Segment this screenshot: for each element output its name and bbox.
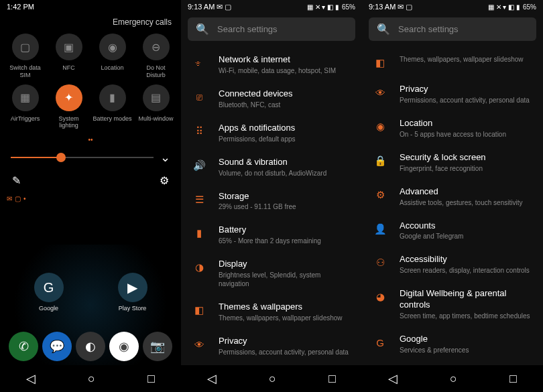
- notification-icons: ✉ ▢ •: [0, 194, 181, 204]
- privacy-icon: 👁: [373, 85, 387, 100]
- armoury-icon[interactable]: ◐: [76, 332, 105, 361]
- settings-subtitle: Services & preferences: [400, 346, 532, 354]
- qs-tile-multi-window-icon[interactable]: ▤Multi-window: [136, 84, 176, 130]
- wellbeing-icon: ◕: [373, 289, 387, 304]
- phone-icon[interactable]: ✆: [9, 332, 38, 361]
- settings-item[interactable]: ☰Storage29% used - 91.11 GB free: [181, 184, 362, 218]
- chrome-icon[interactable]: ◉: [109, 332, 139, 361]
- clock: 9:13 AM ✉ ▢: [188, 3, 231, 11]
- settings-title: Themes & wallpapers: [219, 302, 351, 313]
- settings-title: Advanced: [400, 186, 532, 198]
- qs-tile-nfc-icon[interactable]: ▣NFC: [49, 34, 88, 79]
- app-icon: ▶: [118, 273, 147, 302]
- settings-subtitle: Permissions, default apps: [219, 135, 351, 143]
- slider-track[interactable]: [11, 157, 154, 158]
- dnd-icon[interactable]: ⊖: [143, 34, 170, 60]
- qs-tile-airtriggers-icon[interactable]: ▦AirTriggers: [5, 84, 45, 130]
- settings-title: Location: [400, 118, 532, 129]
- nav-back[interactable]: ◁: [388, 371, 398, 386]
- settings-item[interactable]: 👁PrivacyPermissions, account activity, p…: [362, 77, 543, 111]
- qs-label: Switch data SIM: [5, 64, 45, 79]
- settings-subtitle: Permissions, account activity, personal …: [219, 348, 351, 356]
- settings-item[interactable]: ⠿Apps & notificationsPermissions, defaul…: [181, 116, 362, 150]
- battery-modes-icon[interactable]: ▮: [99, 84, 126, 111]
- system-lighting-icon[interactable]: ✦: [56, 84, 82, 111]
- settings-list: ᯤNetwork & internetWi-Fi, mobile, data u…: [181, 45, 362, 392]
- battery-icon: ▮: [192, 226, 206, 241]
- nfc-icon[interactable]: ▣: [56, 34, 82, 60]
- qs-tile-sim-icon[interactable]: ▢Switch data SIM: [5, 34, 45, 79]
- camera-icon[interactable]: 📷: [143, 332, 172, 361]
- sound-icon: 🔊: [192, 158, 206, 173]
- settings-item[interactable]: ◧Themes, wallpapers, wallpaper slideshow: [362, 48, 543, 77]
- app-icon: G: [34, 273, 64, 302]
- app-play-store[interactable]: ▶Play Store: [118, 273, 147, 312]
- location-icon[interactable]: ◉: [99, 34, 126, 60]
- wifi-icon: ᯤ: [192, 56, 206, 70]
- security-icon: 🔒: [373, 153, 387, 168]
- settings-item[interactable]: ᯤNetwork & internetWi-Fi, mobile, data u…: [181, 48, 362, 82]
- nav-home[interactable]: ○: [450, 372, 457, 386]
- apps-icon: ⠿: [192, 124, 206, 139]
- settings-item[interactable]: ▮Battery65% - More than 2 days remaining: [181, 218, 362, 252]
- settings-item[interactable]: ◉LocationOn - 5 apps have access to loca…: [362, 111, 543, 145]
- dot-icon: •: [23, 195, 26, 202]
- nav-recent[interactable]: □: [328, 372, 336, 386]
- qs-label: Location: [101, 64, 123, 78]
- qs-label: System lighting: [49, 115, 88, 130]
- settings-subtitle: Google and Telegram: [400, 232, 532, 241]
- location-icon: ◉: [373, 119, 387, 134]
- qs-tile-battery-modes-icon[interactable]: ▮Battery modes: [93, 84, 132, 130]
- privacy-icon: 👁: [192, 337, 206, 352]
- navbar: ◁ ○ □: [181, 365, 362, 392]
- qs-tile-location-icon[interactable]: ◉Location: [93, 34, 132, 79]
- status-bar: 9:13 AM ✉ ▢ ▦ ✕ ▾ ◧ ▮65%: [362, 0, 543, 13]
- gear-icon[interactable]: ⚙: [160, 174, 169, 187]
- nav-recent[interactable]: □: [509, 372, 517, 386]
- devices-icon: ⎚: [192, 90, 206, 105]
- settings-list: ◧Themes, wallpapers, wallpaper slideshow…: [362, 45, 543, 392]
- pager-dots: ••: [0, 132, 181, 147]
- nav-home[interactable]: ○: [88, 372, 95, 386]
- app-google[interactable]: GGoogle: [34, 273, 64, 312]
- airtriggers-icon[interactable]: ▦: [12, 84, 39, 111]
- nav-recent[interactable]: □: [147, 372, 155, 386]
- settings-title: Apps & notifications: [219, 123, 351, 134]
- settings-item[interactable]: 👁PrivacyPermissions, account activity, p…: [181, 329, 362, 363]
- search-bar[interactable]: 🔍 Search settings: [188, 17, 355, 41]
- expand-icon[interactable]: ⌄: [160, 150, 170, 165]
- nav-home[interactable]: ○: [269, 372, 276, 386]
- settings-item[interactable]: 🔊Sound & vibrationVolume, do not disturb…: [181, 150, 362, 184]
- multi-window-icon[interactable]: ▤: [143, 84, 170, 111]
- nav-back[interactable]: ◁: [207, 371, 217, 386]
- settings-item[interactable]: GGoogleServices & preferences: [362, 327, 543, 361]
- edit-icon[interactable]: ✎: [12, 174, 21, 187]
- nav-back[interactable]: ◁: [26, 371, 36, 386]
- brightness-slider[interactable]: ⌄: [0, 147, 181, 168]
- settings-title: Privacy: [400, 84, 532, 95]
- qs-label: AirTriggers: [11, 115, 40, 129]
- storage-icon: ☰: [192, 192, 206, 207]
- settings-subtitle: Themes, wallpapers, wallpaper slideshow: [219, 314, 351, 322]
- settings-item[interactable]: ◧Themes & wallpapersThemes, wallpapers, …: [181, 295, 362, 329]
- search-bar[interactable]: 🔍 Search settings: [369, 17, 536, 41]
- settings-item[interactable]: ⚇AccessibilityScreen readers, display, i…: [362, 247, 543, 281]
- settings-item[interactable]: ⎚Connected devicesBluetooth, NFC, cast: [181, 82, 362, 116]
- qs-tile-system-lighting-icon[interactable]: ✦System lighting: [49, 84, 88, 130]
- qs-label: Do Not Disturb: [136, 64, 176, 79]
- settings-item[interactable]: ⚙AdvancedAssistive tools, gestures, touc…: [362, 180, 543, 214]
- settings-item[interactable]: 🔒Security & lock screenFingerprint, face…: [362, 145, 543, 180]
- qs-grid-row1: ▢Switch data SIM▣NFC◉Location⊖Do Not Dis…: [0, 31, 181, 82]
- qs-tile-dnd-icon[interactable]: ⊖Do Not Disturb: [136, 34, 176, 79]
- settings-item[interactable]: ◕Digital Wellbeing & parental controlsSc…: [362, 281, 543, 327]
- themes-icon: ◧: [192, 303, 206, 318]
- settings-title: Sound & vibration: [219, 157, 351, 168]
- sim-icon[interactable]: ▢: [12, 34, 39, 60]
- messages-icon[interactable]: 💬: [42, 332, 72, 361]
- navbar: ◁ ○ □: [362, 365, 543, 392]
- settings-title: Security & lock screen: [400, 152, 532, 164]
- settings-subtitle: Themes, wallpapers, wallpaper slideshow: [400, 55, 532, 64]
- settings-item[interactable]: 👤AccountsGoogle and Telegram: [362, 214, 543, 248]
- settings-title: Battery: [219, 224, 351, 236]
- settings-item[interactable]: ◑DisplayBrightness level, Splendid, syst…: [181, 252, 362, 295]
